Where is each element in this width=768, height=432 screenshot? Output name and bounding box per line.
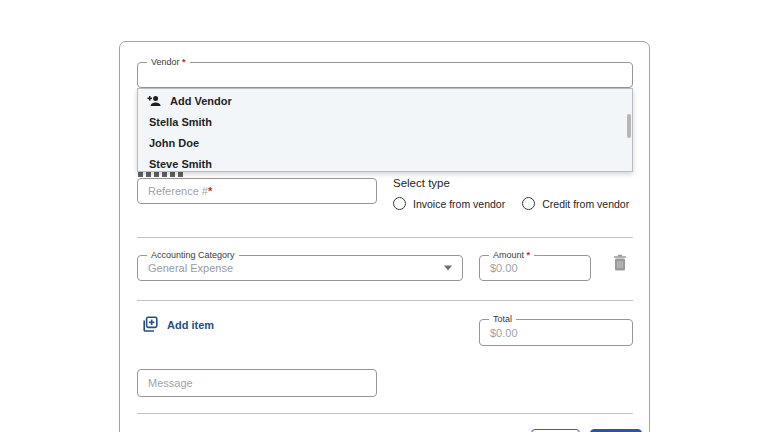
dropdown-item-label: John Doe	[138, 137, 199, 149]
person-add-icon	[147, 95, 161, 107]
dropdown-item-label: Steve Smith	[138, 158, 212, 170]
select-type-label: Select type	[393, 177, 629, 189]
radio-credit-label: Credit from vendor	[542, 198, 629, 210]
dropdown-item-label: Stella Smith	[138, 116, 212, 128]
vendor-input[interactable]: Vendor *	[137, 62, 633, 88]
amount-placeholder: $0.00	[490, 262, 518, 274]
total-placeholder: $0.00	[490, 327, 518, 339]
accounting-category-select[interactable]: Accounting Category General Expense	[137, 255, 463, 281]
dropdown-item-steve-smith[interactable]: Steve Smith	[138, 153, 632, 174]
trash-icon	[612, 254, 628, 272]
message-placeholder: Message	[148, 377, 193, 389]
page: Vendor * Add Vendor Stella Smith	[0, 0, 768, 432]
delete-line-item-button[interactable]	[612, 254, 628, 272]
divider	[137, 237, 633, 238]
reference-input[interactable]: Reference #*	[137, 178, 377, 204]
add-item-button[interactable]: Add item	[141, 316, 214, 333]
add-item-icon	[141, 316, 158, 333]
add-item-label: Add item	[167, 319, 214, 331]
dropdown-item-label: Add Vendor	[161, 95, 232, 107]
accounting-category-value: General Expense	[148, 262, 233, 274]
dropdown-scrollbar[interactable]	[627, 114, 631, 138]
radio-invoice-from-vendor[interactable]	[393, 197, 406, 210]
divider	[137, 300, 633, 301]
radio-invoice-label: Invoice from vendor	[413, 198, 505, 210]
vendor-label: Vendor *	[147, 57, 190, 68]
total-label: Total	[489, 314, 516, 325]
reference-placeholder: Reference #*	[148, 185, 212, 197]
radio-credit-from-vendor[interactable]	[522, 197, 535, 210]
total-input[interactable]: Total $0.00	[479, 319, 633, 346]
accounting-category-label: Accounting Category	[147, 250, 239, 261]
message-input[interactable]: Message	[137, 369, 377, 397]
vendor-dropdown-menu: Add Vendor Stella Smith John Doe Steve S…	[137, 88, 633, 172]
bill-form-dialog: Vendor * Add Vendor Stella Smith	[119, 41, 650, 432]
dropdown-item-stella-smith[interactable]: Stella Smith	[138, 111, 632, 132]
dropdown-item-john-doe[interactable]: John Doe	[138, 132, 632, 153]
dropdown-item-add-vendor[interactable]: Add Vendor	[138, 90, 632, 111]
amount-label: Amount *	[489, 250, 534, 261]
select-type-group: Select type Invoice from vendor Credit f…	[393, 177, 629, 210]
divider	[137, 413, 633, 414]
amount-input[interactable]: Amount * $0.00	[479, 255, 591, 281]
chevron-down-icon	[444, 266, 452, 271]
